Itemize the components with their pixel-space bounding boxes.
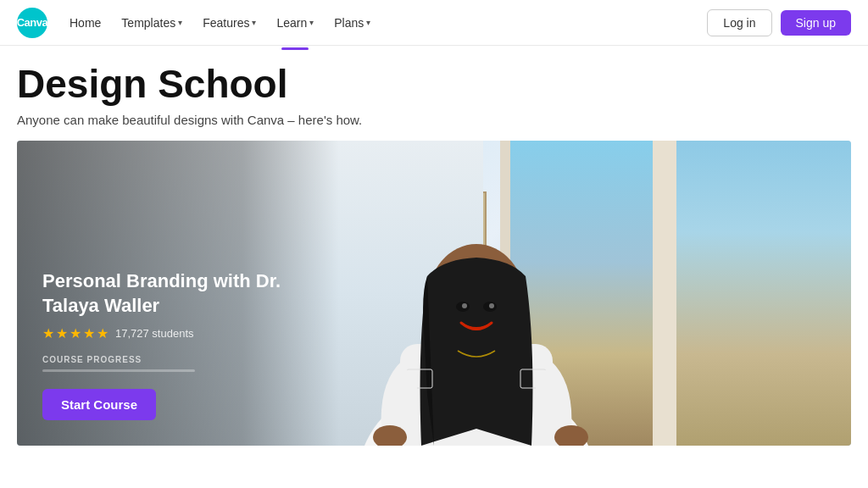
course-rating: ★ ★ ★ ★ ★ 17,727 students: [42, 325, 314, 341]
course-progress-label: COURSE PROGRESS: [42, 355, 314, 364]
page-subtitle: Anyone can make beautiful designs with C…: [17, 113, 851, 127]
signup-button[interactable]: Sign up: [781, 10, 851, 36]
features-label: Features: [203, 16, 249, 30]
hero-text-overlay: Personal Branding with Dr. Talaya Waller…: [17, 141, 339, 446]
canva-logo[interactable]: Canva: [17, 8, 47, 38]
nav-learn[interactable]: Learn ▾: [268, 11, 322, 35]
star-3: ★: [70, 325, 81, 341]
star-2: ★: [56, 325, 68, 341]
features-chevron-icon: ▾: [252, 18, 256, 27]
star-5: ★: [97, 325, 108, 341]
learn-label: Learn: [276, 16, 307, 30]
star-rating: ★ ★ ★ ★ ★: [42, 325, 108, 341]
templates-chevron-icon: ▾: [178, 18, 182, 27]
students-count: 17,727 students: [115, 327, 194, 340]
progress-bar-container: [42, 369, 195, 372]
learn-chevron-icon: ▾: [309, 18, 314, 27]
course-title: Personal Branding with Dr. Talaya Waller: [42, 269, 314, 318]
star-1: ★: [42, 325, 54, 341]
logo-text: Canva: [17, 16, 48, 29]
window-right: [665, 141, 851, 446]
navbar: Canva Home Templates ▾ Features ▾ Learn …: [0, 0, 868, 46]
svg-point-6: [462, 303, 467, 308]
login-button[interactable]: Log in: [707, 9, 771, 36]
templates-label: Templates: [121, 16, 175, 30]
nav-actions: Log in Sign up: [707, 9, 851, 36]
nav-plans[interactable]: Plans ▾: [326, 11, 379, 35]
home-label: Home: [70, 16, 101, 30]
plans-label: Plans: [334, 16, 364, 30]
page-content: Design School Anyone can make beautiful …: [0, 46, 868, 446]
nav-features[interactable]: Features ▾: [194, 11, 264, 35]
nav-templates[interactable]: Templates ▾: [113, 11, 191, 35]
start-course-button[interactable]: Start Course: [42, 389, 156, 420]
star-4: ★: [83, 325, 95, 341]
svg-point-7: [489, 303, 494, 308]
page-title: Design School: [17, 63, 851, 106]
hero-banner: Personal Branding with Dr. Talaya Waller…: [17, 141, 851, 446]
nav-home[interactable]: Home: [61, 11, 109, 35]
plans-chevron-icon: ▾: [366, 18, 370, 27]
nav-links: Home Templates ▾ Features ▾ Learn ▾ Plan…: [61, 11, 707, 35]
